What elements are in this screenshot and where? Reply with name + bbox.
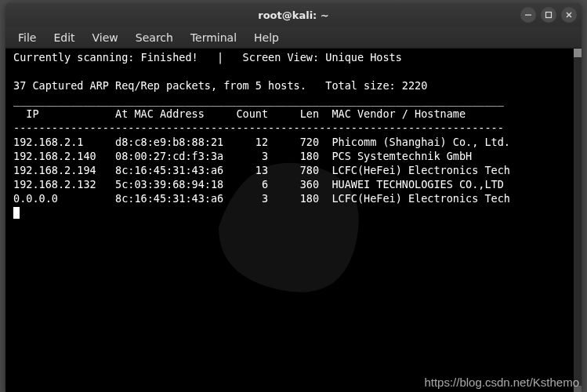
menu-help[interactable]: Help [246, 28, 287, 47]
output-row: 192.168.2.140 08:00:27:cd:f3:3a 3 180 PC… [13, 150, 472, 162]
terminal-cursor [13, 207, 20, 219]
terminal-window: root@kali: ~ File Edit View Search Termi… [5, 3, 582, 392]
close-button[interactable] [561, 7, 577, 23]
output-row: 0.0.0.0 8c:16:45:31:43:a6 3 180 LCFC(HeF… [13, 192, 510, 205]
titlebar[interactable]: root@kali: ~ [5, 3, 582, 27]
output-line: Currently scanning: Finished! | Screen V… [13, 51, 402, 64]
terminal-output: Currently scanning: Finished! | Screen V… [5, 49, 582, 221]
scrollbar-thumb[interactable] [574, 49, 582, 57]
svg-rect-0 [525, 15, 531, 16]
output-row: 192.168.2.194 8c:16:45:31:43:a6 13 780 L… [13, 164, 510, 176]
output-row: 192.168.2.132 5c:03:39:68:94:18 6 360 HU… [13, 178, 504, 191]
menu-search[interactable]: Search [128, 28, 181, 47]
menu-file[interactable]: File [10, 28, 44, 47]
window-controls [520, 7, 577, 23]
output-line: 37 Captured ARP Req/Rep packets, from 5 … [13, 79, 427, 92]
output-header: IP At MAC Address Count Len MAC Vendor /… [13, 107, 466, 120]
menu-edit[interactable]: Edit [45, 28, 82, 47]
output-separator: ----------------------------------------… [13, 122, 504, 134]
menu-terminal[interactable]: Terminal [183, 28, 245, 47]
scrollbar-bottom[interactable] [574, 386, 582, 392]
menubar: File Edit View Search Terminal Help [5, 27, 582, 49]
svg-rect-1 [546, 13, 552, 18]
maximize-button[interactable] [541, 7, 556, 23]
output-separator: ________________________________________… [13, 93, 504, 106]
terminal-area[interactable]: Currently scanning: Finished! | Screen V… [5, 49, 582, 392]
output-row: 192.168.2.1 d8:c8:e9:b8:88:21 12 720 Phi… [13, 136, 510, 148]
menu-view[interactable]: View [85, 28, 126, 47]
minimize-button[interactable] [520, 7, 536, 23]
scrollbar[interactable] [574, 49, 582, 392]
window-title: root@kali: ~ [5, 9, 582, 21]
